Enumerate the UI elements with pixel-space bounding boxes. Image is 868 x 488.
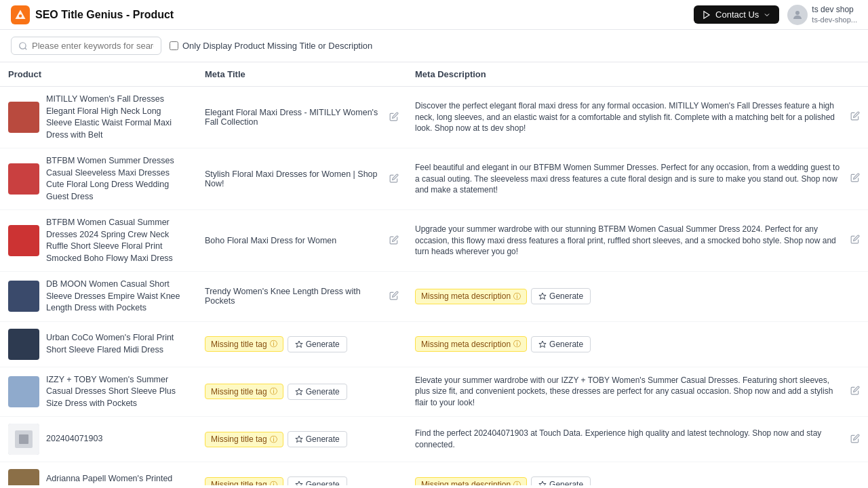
svg-marker-7 xyxy=(296,341,302,348)
generate-button[interactable]: Generate xyxy=(288,336,347,352)
product-cell: BTFBM Women Casual Summer Dresses 2024 S… xyxy=(0,210,197,272)
user-store-name: ts dev shop xyxy=(812,5,857,16)
generate-button[interactable]: Generate xyxy=(288,384,347,400)
product-name: Urban CoCo Women's Floral Print Short Sl… xyxy=(46,332,189,356)
svg-marker-9 xyxy=(296,388,302,395)
table-row: MITILLY Women's Fall Dresses Elegant Flo… xyxy=(0,87,868,148)
edit-icon[interactable] xyxy=(389,174,399,185)
search-icon xyxy=(18,41,28,51)
info-icon: ⓘ xyxy=(270,386,277,396)
product-name: MITILLY Women's Fall Dresses Elegant Flo… xyxy=(46,94,189,141)
product-name: IZZY + TOBY Women's Summer Casual Dresse… xyxy=(46,374,189,410)
meta-desc-cell: Feel beautiful and elegant in our BTFBM … xyxy=(407,148,868,210)
product-image xyxy=(8,329,39,360)
contact-us-button[interactable]: Contact Us xyxy=(694,5,779,24)
missing-badge: Missing title tag ⓘ xyxy=(205,336,283,352)
meta-title-cell: Stylish Floral Maxi Dresses for Women | … xyxy=(197,148,407,210)
missing-badge: Missing meta description ⓘ xyxy=(415,336,527,352)
product-name: BTFBM Women Summer Dresses Casual Sleeve… xyxy=(46,155,189,203)
meta-title-text: Stylish Floral Maxi Dresses for Women | … xyxy=(205,169,385,188)
meta-desc-text: Feel beautiful and elegant in our BTFBM … xyxy=(415,162,846,196)
sparkle-icon xyxy=(538,481,547,485)
user-info: ts dev shop ts-dev-shop... xyxy=(787,5,857,25)
meta-title-cell: Boho Floral Maxi Dress for Women xyxy=(197,210,407,272)
meta-desc-text: Upgrade your summer wardrobe with our st… xyxy=(415,224,846,258)
app-logo xyxy=(11,5,30,24)
app-title: SEO Title Genius - Product xyxy=(35,9,174,21)
svg-point-3 xyxy=(795,11,800,15)
product-image xyxy=(8,469,39,485)
table-row: Urban CoCo Women's Floral Print Short Sl… xyxy=(0,321,868,367)
edit-icon[interactable] xyxy=(850,434,860,445)
filter-text: Only Display Product Missing Title or De… xyxy=(182,41,372,51)
svg-line-5 xyxy=(25,47,27,49)
info-icon: ⓘ xyxy=(513,480,521,486)
edit-icon[interactable] xyxy=(389,112,399,123)
meta-desc-cell: Elevate your summer wardrobe with our IZ… xyxy=(407,367,868,417)
edit-icon[interactable] xyxy=(850,173,860,184)
meta-title-cell: Trendy Women's Knee Length Dress with Po… xyxy=(197,272,407,322)
meta-title-cell: Missing title tag ⓘ Generate xyxy=(197,417,407,462)
svg-marker-2 xyxy=(704,11,709,18)
sparkle-icon xyxy=(295,435,303,443)
edit-icon[interactable] xyxy=(850,111,860,123)
filter-label[interactable]: Only Display Product Missing Title or De… xyxy=(170,41,372,51)
meta-desc-text: Elevate your summer wardrobe with our IZ… xyxy=(415,375,846,409)
meta-desc-cell: Discover the perfect elegant floral maxi… xyxy=(407,87,868,148)
product-cell: DB MOON Women Casual Short Sleeve Dresse… xyxy=(0,272,197,322)
filter-checkbox[interactable] xyxy=(170,41,178,50)
product-name: DB MOON Women Casual Short Sleeve Dresse… xyxy=(46,279,189,314)
sparkle-icon xyxy=(538,292,547,300)
product-image xyxy=(8,102,39,133)
edit-icon[interactable] xyxy=(850,235,860,246)
info-icon: ⓘ xyxy=(513,339,521,349)
product-cell: MITILLY Women's Fall Dresses Elegant Flo… xyxy=(0,87,197,148)
product-name: 202404071903 xyxy=(46,433,102,445)
svg-marker-15 xyxy=(539,481,546,485)
table-row: DB MOON Women Casual Short Sleeve Dresse… xyxy=(0,272,868,322)
search-box xyxy=(11,37,161,55)
edit-icon[interactable] xyxy=(850,386,860,397)
svg-point-1 xyxy=(19,14,22,18)
svg-point-4 xyxy=(20,42,26,48)
sparkle-icon xyxy=(295,481,303,485)
meta-desc-text: Find the perfect 202404071903 at Touch D… xyxy=(415,428,846,451)
chevron-down-icon xyxy=(763,11,771,19)
generate-button[interactable]: Generate xyxy=(288,476,347,485)
meta-title-text: Trendy Women's Knee Length Dress with Po… xyxy=(205,287,385,306)
product-table: Product Meta Title Meta Description MITI… xyxy=(0,62,868,485)
product-image xyxy=(8,376,39,407)
toolbar: Only Display Product Missing Title or De… xyxy=(0,30,868,62)
product-image xyxy=(8,225,39,256)
info-icon: ⓘ xyxy=(270,339,277,349)
svg-marker-13 xyxy=(296,436,302,443)
meta-desc-cell: Missing meta description ⓘ Generate xyxy=(407,321,868,367)
table-row: BTFBM Women Casual Summer Dresses 2024 S… xyxy=(0,210,868,272)
generate-button[interactable]: Generate xyxy=(288,431,347,447)
missing-badge: Missing meta description ⓘ xyxy=(415,289,527,304)
meta-title-cell: Elegant Floral Maxi Dress - MITILLY Wome… xyxy=(197,87,407,148)
table-row: IZZY + TOBY Women's Summer Casual Dresse… xyxy=(0,367,868,417)
edit-icon[interactable] xyxy=(389,235,399,247)
user-store-url: ts-dev-shop... xyxy=(812,15,857,24)
generate-button[interactable]: Generate xyxy=(531,476,591,485)
table-body: MITILLY Women's Fall Dresses Elegant Flo… xyxy=(0,87,868,486)
missing-badge: Missing title tag ⓘ xyxy=(205,477,283,486)
table-row: BTFBM Women Summer Dresses Casual Sleeve… xyxy=(0,148,868,210)
meta-title-cell: Missing title tag ⓘ Generate xyxy=(197,367,407,417)
product-name: Adrianna Papell Women's Printed Smocked … xyxy=(46,473,189,486)
generate-button[interactable]: Generate xyxy=(531,336,591,352)
meta-title-cell: Missing title tag ⓘ Generate xyxy=(197,321,407,367)
product-cell: Urban CoCo Women's Floral Print Short Sl… xyxy=(0,321,197,367)
svg-marker-14 xyxy=(296,481,302,485)
meta-desc-cell: Upgrade your summer wardrobe with our st… xyxy=(407,210,868,272)
search-input[interactable] xyxy=(32,41,154,51)
col-product: Product xyxy=(0,62,197,87)
edit-icon[interactable] xyxy=(389,291,399,302)
play-icon xyxy=(702,10,711,20)
generate-button[interactable]: Generate xyxy=(531,288,591,304)
meta-title-text: Elegant Floral Maxi Dress - MITILLY Wome… xyxy=(205,108,385,127)
product-cell: 202404071903 xyxy=(0,417,197,462)
meta-desc-cell: Find the perfect 202404071903 at Touch D… xyxy=(407,417,868,462)
product-cell: IZZY + TOBY Women's Summer Casual Dresse… xyxy=(0,367,197,417)
